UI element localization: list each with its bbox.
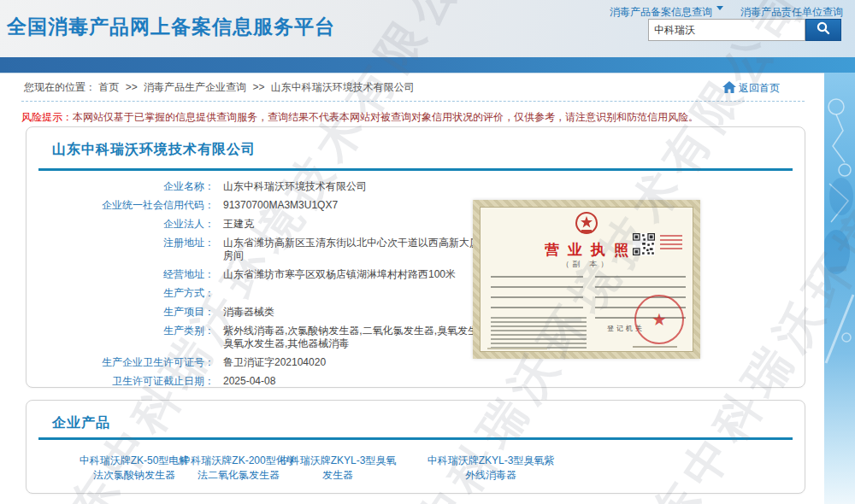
breadcrumb-separator: >> [252, 81, 264, 93]
qr-code [633, 233, 655, 255]
field-value: 山东省潍坊高新区玉清东街以北中心次干道以西高新大厦502房间 [223, 237, 505, 262]
field-row-registered-address: 注册地址： 山东省潍坊高新区玉清东街以北中心次干道以西高新大厦502房间 [44, 237, 505, 262]
field-value: 紫外线消毒器,次氯酸钠发生器,二氧化氯发生器,臭氧发生器、臭氧水发生器,其他器械… [223, 325, 505, 350]
field-label: 生产方式： [44, 287, 215, 300]
breadcrumb-prefix: 您现在的位置： [24, 81, 96, 93]
license-subtitle: （副 本） [481, 259, 693, 270]
field-row-legal-person: 企业法人： 王建克 [44, 218, 505, 231]
field-label: 企业统一社会信用代码： [44, 199, 215, 212]
field-value: 2025-04-08 [223, 375, 505, 388]
section-title-rule [38, 437, 793, 440]
field-value [223, 287, 505, 300]
risk-notice: 风险提示：本网站仅基于已掌握的信息提供查询服务，查询结果不代表本网站对被查询对象… [21, 110, 808, 125]
top-nav: 消毒产品备案信息查询 消毒产品责任单位查询 [610, 5, 843, 20]
field-value: 王建克 [223, 218, 505, 231]
license-footer-line [487, 348, 547, 349]
field-row-production-method: 生产方式： [44, 287, 505, 300]
search-button[interactable] [805, 19, 841, 41]
nav-link-responsible-unit-query[interactable]: 消毒产品责任单位查询 [740, 5, 843, 20]
chevron-down-icon [716, 6, 723, 14]
nav-link-label: 消毒产品责任单位查询 [740, 6, 843, 18]
breadcrumb-separator: >> [126, 81, 138, 93]
risk-notice-text: 本网站仅基于已掌握的信息提供查询服务，查询结果不代表本网站对被查询对象信用状况的… [73, 111, 699, 123]
field-row-credit-code: 企业统一社会信用代码： 91370700MA3M3U1QX7 [44, 199, 505, 212]
field-value: 山东省潍坊市寒亭区双杨店镇湖淋埠村村路西100米 [223, 268, 505, 281]
risk-notice-prefix: 风险提示： [21, 111, 73, 123]
field-label: 生产企业卫生许可证号： [44, 356, 215, 369]
license-scope-paragraph-lines [491, 317, 587, 351]
site-title: 全国消毒产品网上备案信息服务平台 [7, 14, 335, 40]
seal-star-icon: ★ [652, 311, 667, 328]
nav-link-label: 消毒产品备案信息查询 [610, 6, 712, 18]
field-row-production-project: 生产项目： 消毒器械类 [44, 306, 505, 319]
section-title-rule [38, 168, 793, 171]
back-home-link[interactable]: 返回首页 [722, 81, 780, 96]
field-row-hygiene-license-no: 生产企业卫生许可证号： 鲁卫消证字202104020 [44, 356, 505, 369]
field-label: 企业名称： [44, 180, 215, 193]
national-emblem-icon [574, 211, 599, 240]
product-link-zkyl3-ozone[interactable]: 中科瑞沃牌ZKYL-3型臭氧发生器 [278, 454, 398, 483]
field-label: 生产项目： [44, 306, 215, 319]
license-text-lines-left [491, 276, 583, 314]
company-title: 山东中科瑞沃环境技术有限公司 [52, 141, 256, 159]
product-link-zk50[interactable]: 中科瑞沃牌ZK-50型电解法次氯酸钠发生器 [75, 454, 193, 483]
field-value: 鲁卫消证字202104020 [223, 356, 505, 369]
field-row-company-name: 企业名称： 山东中科瑞沃环境技术有限公司 [44, 180, 505, 193]
dashed-divider [21, 101, 805, 102]
business-license-paper: 营业执照 （副 本） [480, 207, 693, 352]
license-red-caption-lines [660, 235, 682, 252]
search-bar [648, 19, 841, 41]
nav-link-record-info-query[interactable]: 消毒产品备案信息查询 [610, 5, 723, 20]
molecule-graphic [824, 81, 855, 392]
page: 全国消毒产品网上备案信息服务平台 消毒产品备案信息查询 消毒产品责任单位查询 [0, 0, 855, 504]
header-divider-bar [0, 57, 855, 73]
field-label: 企业法人： [44, 218, 215, 231]
search-input[interactable] [648, 19, 805, 41]
red-seal-stamp: ★ [634, 295, 684, 344]
breadcrumb-item-enterprise-query[interactable]: 消毒产品生产企业查询 [144, 81, 246, 93]
field-row-license-expiry-date: 卫生许可证截止日期： 2025-04-08 [44, 375, 505, 388]
breadcrumb-item-current: 山东中科瑞沃环境技术有限公司 [271, 81, 415, 93]
company-info-panel: 山东中科瑞沃环境技术有限公司 企业名称： 山东中科瑞沃环境技术有限公司 企业统一… [26, 126, 805, 388]
field-value: 91370700MA3M3U1QX7 [223, 199, 505, 212]
business-license-image: 营业执照 （副 本） [473, 200, 700, 359]
site-header: 全国消毒产品网上备案信息服务平台 消毒产品备案信息查询 消毒产品责任单位查询 [0, 0, 855, 57]
field-label: 生产类别： [44, 325, 215, 350]
field-row-production-category: 生产类别： 紫外线消毒器,次氯酸钠发生器,二氧化氯发生器,臭氧发生器、臭氧水发生… [44, 325, 505, 350]
field-row-business-address: 经营地址： 山东省潍坊市寒亭区双杨店镇湖淋埠村村路西100米 [44, 268, 505, 281]
search-icon [816, 21, 831, 39]
products-panel: 企业产品 中科瑞沃牌ZK-50型电解法次氯酸钠发生器 中科瑞沃牌ZK-200型化… [26, 400, 805, 494]
field-label: 卫生许可证截止日期： [44, 375, 215, 388]
home-icon [722, 81, 736, 96]
company-fields: 企业名称： 山东中科瑞沃环境技术有限公司 企业统一社会信用代码： 9137070… [44, 180, 505, 394]
back-home-label: 返回首页 [739, 81, 780, 96]
breadcrumb: 您现在的位置： 首页 >> 消毒产品生产企业查询 >> 山东中科瑞沃环境技术有限… [24, 80, 415, 95]
products-title: 企业产品 [52, 414, 110, 432]
breadcrumb-item-home[interactable]: 首页 [98, 81, 119, 93]
field-value: 消毒器械类 [223, 306, 505, 319]
field-value: 山东中科瑞沃环境技术有限公司 [223, 180, 505, 193]
license-date-line [633, 346, 677, 348]
right-decorative-strip [824, 73, 855, 504]
field-label: 经营地址： [44, 268, 215, 281]
field-label: 注册地址： [44, 237, 215, 262]
product-link-zkyl3-uv[interactable]: 中科瑞沃牌ZKYL-3型臭氧紫外线消毒器 [426, 454, 556, 483]
